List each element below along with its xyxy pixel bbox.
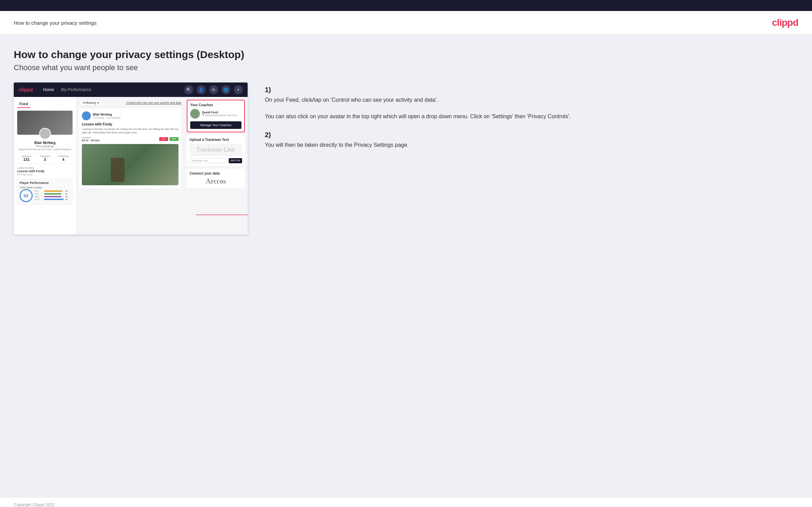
mock-coach-club: 📍 Royal North Devon Golf Club <box>202 114 237 117</box>
mock-profile-banner <box>17 111 73 135</box>
mock-feed-tab[interactable]: Feed <box>17 100 30 108</box>
mock-coach-club-text: Royal North Devon Golf Club <box>206 114 237 117</box>
mock-stat-followers-label: Followers <box>36 155 54 157</box>
mock-stat-followers: Followers 3 <box>36 155 54 162</box>
main-content: How to change your privacy settings (Des… <box>0 35 812 497</box>
mock-following-label: Following <box>83 101 96 104</box>
mock-bar-label: OTT <box>35 190 43 192</box>
mock-trackman-box: Upload a Trackman Test Trackman Link Tra… <box>187 135 245 166</box>
mock-coaches-box: Your Coaches David Ford 📍 Royal North De… <box>187 100 245 132</box>
mock-coach-info: David Ford 📍 Royal North Devon Golf Club <box>202 111 237 117</box>
mock-latest-activity: Lesson with Fordy <box>17 169 73 173</box>
mock-profile-subtitle: Plus Handicap <box>17 145 73 148</box>
mock-latest-date: 03 Aug 2022 <box>17 173 73 176</box>
mock-quality-label: Total Player Quality <box>20 186 70 189</box>
mock-bar-track <box>44 196 64 197</box>
mock-bar-track <box>44 193 64 195</box>
mock-perf-title: Player Performance <box>20 181 70 185</box>
mock-activity-user-avatar <box>82 111 91 120</box>
mock-bar-label: ARG <box>35 196 43 198</box>
mock-right-panel: Your Coaches David Ford 📍 Royal North De… <box>184 97 248 234</box>
mock-bar-label: APP <box>35 193 43 195</box>
mock-link-input[interactable]: Trackman Link <box>190 158 227 163</box>
mock-bar-value: 86 <box>65 196 70 198</box>
mock-trackman-text: Trackman Link <box>196 147 235 153</box>
mock-add-link-button[interactable]: Add Link <box>229 158 242 163</box>
mock-trackman-placeholder: Trackman Link <box>190 144 242 156</box>
mock-bar-fill <box>44 196 62 197</box>
mock-bar-fill <box>44 190 62 192</box>
mock-activity-header: Blair McHarg Yesterday · Sunningdale <box>82 111 178 120</box>
header: How to change your privacy settings clip… <box>0 11 812 35</box>
mock-tags: OTT APP <box>159 137 178 141</box>
mock-bar-value: 96 <box>65 198 70 200</box>
mock-activity-footer: Duration 01 hr : 30 min OTT APP <box>82 136 178 142</box>
instruction-step1: 1) On your Feed, click/tap on 'Control w… <box>265 86 798 121</box>
mock-coaches-title: Your Coaches <box>190 103 241 107</box>
mock-profile-name: Blair McHarg <box>17 141 73 145</box>
instruction-step2-text: You will then be taken directly to the P… <box>265 141 798 149</box>
mock-nav-logo: clippd <box>19 87 33 92</box>
mock-nav-performance[interactable]: My Performance <box>61 87 91 92</box>
mock-bar-track <box>44 190 64 192</box>
mock-stat-activities-label: Activities <box>17 155 36 157</box>
mock-bars: OTT 90 APP 85 ARG 86 PUTT 96 <box>35 190 70 201</box>
mock-nav-home[interactable]: Home <box>43 87 54 92</box>
mock-manage-coaches-button[interactable]: Manage Your Coaches <box>190 121 241 129</box>
mock-link-row: Trackman Link Add Link <box>190 158 242 163</box>
mock-bar-track <box>44 199 64 200</box>
mock-control-link[interactable]: Control who can see your activity and da… <box>126 101 181 104</box>
mock-bar-row: PUTT 96 <box>35 198 70 200</box>
mock-stat-activities-value: 131 <box>17 157 36 162</box>
mock-performance-section: Player Performance Total Player Quality … <box>17 179 73 205</box>
mock-activity-user-info: Blair McHarg Yesterday · Sunningdale <box>93 113 121 119</box>
top-bar <box>0 0 812 11</box>
mock-activity-user-meta: Yesterday · Sunningdale <box>93 116 121 119</box>
mock-stat-following: Following 4 <box>54 155 73 162</box>
mock-bar-fill <box>44 193 61 195</box>
mock-bar-row: OTT 90 <box>35 190 70 192</box>
user-icon[interactable]: 👤 <box>197 85 206 94</box>
chevron-down-icon[interactable]: ▾ <box>234 85 243 94</box>
mock-arccos-text: Arccos <box>190 177 242 185</box>
instruction-step1-number: 1) <box>265 86 798 94</box>
mock-following-button[interactable]: Following ▾ <box>79 100 103 106</box>
search-icon[interactable]: 🔍 <box>184 85 193 94</box>
mock-trackman-title: Upload a Trackman Test <box>190 138 242 142</box>
mock-desktop-ui: clippd Home My Performance 🔍 👤 ⚙ 🌐 ▾ Fee… <box>14 82 248 234</box>
mock-nav-icons: 🔍 👤 ⚙ 🌐 ▾ <box>184 85 243 94</box>
mock-bar-fill <box>44 199 64 200</box>
mock-navbar: clippd Home My Performance 🔍 👤 ⚙ 🌐 ▾ <box>14 82 248 97</box>
mock-stat-activities: Activities 131 <box>17 155 36 162</box>
mock-tag-app: APP <box>170 137 178 141</box>
page-subheading: Choose what you want people to see <box>14 63 798 72</box>
avatar-icon[interactable]: 🌐 <box>221 85 230 94</box>
instruction-step2: 2) You will then be taken directly to th… <box>265 131 798 149</box>
mock-activity-title: Lesson with Fordy <box>82 122 178 126</box>
page-heading: How to change your privacy settings (Des… <box>14 49 798 60</box>
mock-activity-image <box>82 144 178 185</box>
location-icon: 📍 <box>202 114 205 117</box>
mock-activity-card: Blair McHarg Yesterday · Sunningdale Les… <box>79 109 181 188</box>
mock-connect-box: Connect your data Arccos <box>187 169 245 188</box>
mock-stat-following-value: 4 <box>54 157 73 162</box>
mock-stat-followers-value: 3 <box>36 157 54 162</box>
clippd-logo: clippd <box>772 17 798 28</box>
mock-bar-label: PUTT <box>35 198 43 200</box>
mock-connect-title: Connect your data <box>190 172 242 175</box>
mock-latest-label: Latest Activity <box>17 166 73 169</box>
mock-activity-duration: Duration 01 hr : 30 min <box>82 136 100 142</box>
content-area: clippd Home My Performance 🔍 👤 ⚙ 🌐 ▾ Fee… <box>14 82 798 234</box>
mock-activity-user-name: Blair McHarg <box>93 113 121 116</box>
mock-coach-avatar <box>190 109 200 119</box>
mock-body: Feed Blair McHarg Plus Handicap Royal No… <box>14 97 248 234</box>
mock-sidebar: Feed Blair McHarg Plus Handicap Royal No… <box>14 97 76 234</box>
mock-bar-value: 90 <box>65 190 70 192</box>
mock-stat-following-label: Following <box>54 155 73 157</box>
mock-profile-club: Royal North Devon Golf Club, United King… <box>17 148 73 151</box>
footer-copyright: Copyright Clippd 2022 <box>14 503 55 507</box>
mock-quality-row: 92 OTT 90 APP 85 ARG 86 PUTT 9 <box>20 189 70 202</box>
header-title: How to change your privacy settings <box>14 20 97 26</box>
settings-icon[interactable]: ⚙ <box>209 85 218 94</box>
mock-stats-row: Activities 131 Followers 3 Following 4 <box>17 153 73 164</box>
